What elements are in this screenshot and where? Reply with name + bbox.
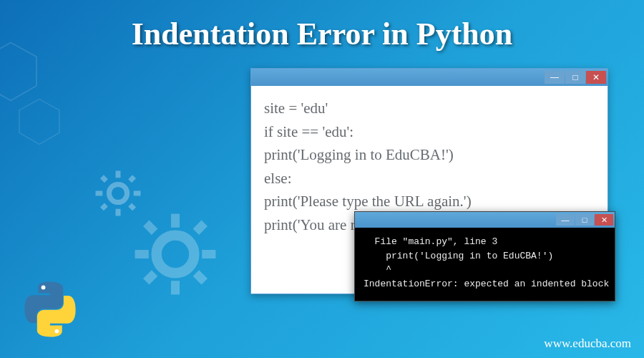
svg-rect-8 (128, 203, 136, 211)
svg-rect-12 (171, 214, 180, 228)
editor-titlebar: — □ ✕ (251, 69, 608, 86)
terminal-line: IndentationError: expected an indented b… (364, 279, 609, 289)
svg-rect-17 (193, 270, 208, 284)
terminal-window: — □ ✕ File "main.py", line 3 print('Logg… (354, 211, 615, 301)
svg-rect-4 (116, 209, 121, 216)
minimize-button[interactable]: — (556, 214, 575, 226)
terminal-line: File "main.py", line 3 (364, 236, 497, 247)
svg-rect-5 (96, 191, 103, 196)
website-url: www.educba.com (544, 337, 631, 351)
svg-rect-15 (202, 250, 215, 258)
close-button[interactable]: ✕ (586, 71, 606, 84)
svg-point-11 (157, 236, 195, 274)
close-button[interactable]: ✕ (595, 214, 613, 226)
code-line: site = 'edu' (264, 97, 595, 120)
svg-rect-10 (100, 203, 108, 211)
maximize-button[interactable]: □ (565, 71, 585, 84)
svg-rect-3 (116, 171, 121, 178)
maximize-button[interactable]: □ (575, 214, 594, 226)
gear-icon (132, 211, 218, 297)
svg-rect-14 (135, 250, 149, 258)
svg-rect-19 (143, 270, 157, 284)
svg-rect-18 (193, 221, 208, 235)
terminal-line: ^ (364, 264, 391, 275)
terminal-titlebar: — □ ✕ (355, 212, 615, 228)
svg-point-2 (109, 184, 127, 202)
code-line: else: (264, 167, 595, 190)
svg-rect-6 (134, 191, 141, 196)
python-logo-icon (21, 281, 79, 338)
svg-rect-9 (128, 175, 136, 183)
code-line: print('Please type the URL again.') (264, 190, 595, 213)
svg-rect-16 (143, 221, 157, 235)
svg-marker-1 (19, 100, 59, 145)
code-line: if site == 'edu': (264, 120, 595, 144)
terminal-content: File "main.py", line 3 print('Logging in… (355, 228, 615, 301)
svg-point-21 (55, 329, 59, 334)
code-line: print('Logging in to EduCBA!') (264, 143, 595, 167)
svg-point-20 (42, 286, 46, 290)
svg-rect-13 (171, 281, 180, 294)
bg-hexagon (14, 86, 64, 158)
svg-rect-7 (100, 175, 108, 183)
terminal-line: print('Logging in to EduCBA!') (364, 251, 553, 261)
minimize-button[interactable]: — (545, 71, 565, 84)
page-title: Indentation Error in Python (132, 16, 513, 52)
